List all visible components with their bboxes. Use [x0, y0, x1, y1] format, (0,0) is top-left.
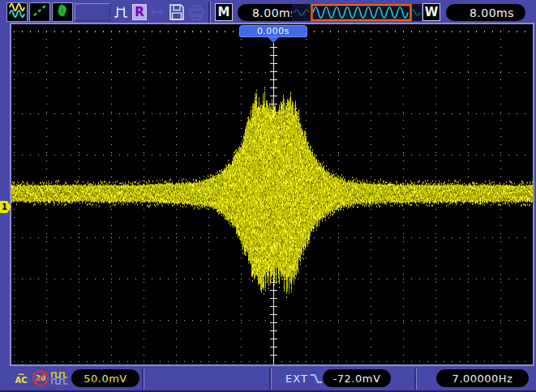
- blank-toolbar-slot: [75, 3, 110, 21]
- falling-edge-icon: [310, 372, 323, 389]
- printer-icon: [187, 3, 205, 21]
- channel-scale-readout: 50.0mV: [71, 369, 139, 387]
- trigger-level-readout: -72.0mV: [323, 369, 391, 387]
- pulse-icon[interactable]: [113, 3, 132, 23]
- coupling-ac-icon: ~ AC: [13, 370, 29, 388]
- bandwidth-limit-icon: 20: [32, 370, 49, 386]
- link-icon: [150, 6, 166, 19]
- bottom-separator-3: [414, 369, 417, 390]
- dual-sine-icon: [9, 3, 25, 21]
- toolbar-separator: [208, 2, 211, 23]
- record-badge[interactable]: R: [132, 4, 147, 20]
- persistence-mode-button[interactable]: [52, 2, 73, 22]
- window-timebase-badge: W: [422, 3, 440, 21]
- main-timebase-badge: M: [215, 3, 233, 21]
- bottom-status-bar: ~ AC 20 50.0mV EXT -72.0mV 7.00000Hz: [0, 366, 536, 392]
- channels-display-button[interactable]: [6, 2, 28, 22]
- trigger-position-pointer-icon: [268, 37, 279, 43]
- bottom-separator-2: [269, 369, 272, 390]
- window-timebase-value: 8.00ms: [446, 4, 525, 21]
- oscilloscope-screen: R M 8.00ms: [0, 0, 536, 392]
- top-status-bar: R M 8.00ms: [0, 0, 536, 24]
- dashed-line-icon: [32, 3, 48, 21]
- trigger-frequency-readout: 7.00000Hz: [436, 369, 529, 387]
- trigger-position-tab[interactable]: 0.000s: [239, 25, 307, 37]
- waveform-preview: [292, 4, 422, 21]
- channel-1-marker[interactable]: 1: [0, 201, 11, 213]
- coupling-label: AC: [13, 377, 29, 385]
- waveform-display: [11, 24, 533, 364]
- graticule-area: 0.000s 1: [11, 24, 533, 364]
- bottom-separator-1: [142, 369, 144, 390]
- save-floppy-icon[interactable]: [168, 3, 186, 21]
- trigger-source-label: EXT: [285, 373, 308, 385]
- line-mode-button[interactable]: [29, 2, 50, 22]
- square-wave-icon: [51, 371, 69, 389]
- green-blob-icon: [54, 3, 71, 21]
